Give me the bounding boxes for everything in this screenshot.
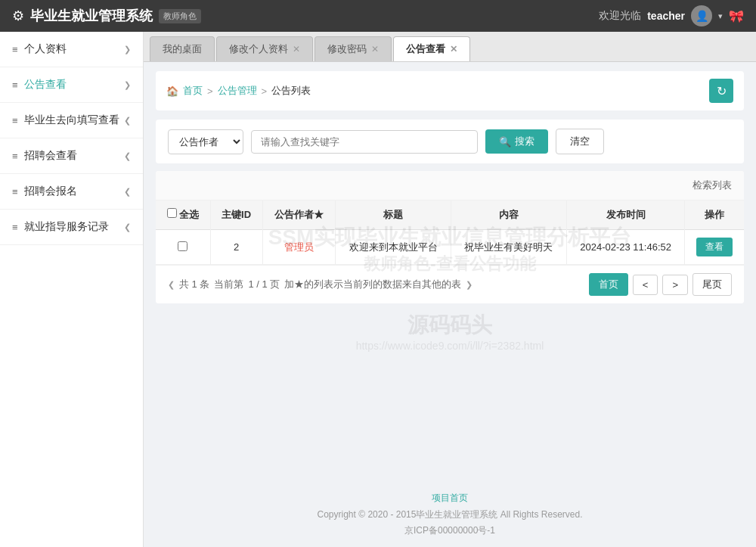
tab-edit-profile-label: 修改个人资料 bbox=[229, 42, 288, 56]
sidebar-chevron-left-icon: ❮ bbox=[124, 116, 131, 126]
search-input[interactable] bbox=[251, 130, 478, 154]
gift-icon[interactable]: 🎀 bbox=[729, 9, 744, 23]
pagination-left-arrow-icon[interactable]: ❮ bbox=[168, 280, 175, 290]
select-all-label: 全选 bbox=[179, 209, 199, 220]
app-title: 毕业生就业管理系统 bbox=[30, 7, 153, 25]
tab-change-password-close-icon[interactable]: ✕ bbox=[371, 44, 379, 54]
row-checkbox[interactable] bbox=[178, 241, 187, 251]
sidebar-item-announcements-label: 公告查看 bbox=[24, 78, 67, 92]
pagination-buttons: 首页 < > 尾页 bbox=[589, 273, 732, 296]
tab-bar: 我的桌面 修改个人资料 ✕ 修改密码 ✕ 公告查看 ✕ bbox=[144, 32, 756, 62]
sidebar-item-graduation-label: 毕业生去向填写查看 bbox=[24, 113, 119, 127]
header-right: 欢迎光临 teacher 👤 ▾ 🎀 bbox=[599, 5, 744, 26]
last-page-button[interactable]: 尾页 bbox=[692, 273, 732, 296]
search-icon: 🔍 bbox=[499, 136, 511, 148]
avatar-icon: 👤 bbox=[696, 10, 708, 22]
username-text: teacher bbox=[647, 10, 685, 22]
column-author: 公告作者★ bbox=[262, 200, 336, 230]
table-area: SSM实现毕业生就业信息管理分析平台 教师角色-查看公告功能 检索列表 全选 主… bbox=[156, 171, 744, 303]
header-left: ⚙ 毕业生就业管理系统 教师角色 bbox=[12, 7, 201, 25]
page-content: 🏠 首页 > 公告管理 > 公告列表 ↻ 公告作者 🔍 搜索 bbox=[144, 62, 756, 480]
table-index-label: 检索列表 bbox=[156, 171, 744, 200]
sidebar-chevron-right-icon-2: ❯ bbox=[124, 80, 131, 90]
refresh-button[interactable]: ↻ bbox=[709, 79, 733, 103]
tab-announcements[interactable]: 公告查看 ✕ bbox=[393, 36, 470, 61]
sidebar-menu-icon-2: ≡ bbox=[12, 79, 18, 91]
footer: 项目首页 Copyright © 2020 - 2015毕业生就业管理系统 Al… bbox=[144, 480, 756, 547]
sidebar-item-graduation[interactable]: ≡ 毕业生去向填写查看 ❮ bbox=[0, 103, 143, 138]
pagination: ❮ 共 1 条 当前第 1 / 1 页 加★的列表示当前列的数据来自其他的表 ❯… bbox=[156, 265, 744, 303]
next-page-button[interactable]: > bbox=[662, 275, 688, 295]
cell-id: 2 bbox=[210, 230, 262, 265]
main-content-area: 我的桌面 修改个人资料 ✕ 修改密码 ✕ 公告查看 ✕ 🏠 首页 bbox=[144, 32, 756, 547]
watermark-text-3: 源码码头 bbox=[156, 311, 744, 340]
tab-announcements-close-icon[interactable]: ✕ bbox=[450, 44, 457, 54]
column-action: 操作 bbox=[685, 200, 744, 230]
cell-checkbox bbox=[156, 230, 210, 265]
sidebar-item-announcements-left: ≡ 公告查看 bbox=[12, 78, 67, 92]
search-category-select[interactable]: 公告作者 bbox=[168, 129, 243, 154]
sidebar-menu-icon: ≡ bbox=[12, 44, 18, 55]
select-all-checkbox[interactable] bbox=[167, 208, 177, 218]
cell-publish-time: 2024-02-23 11:46:52 bbox=[566, 230, 685, 265]
sidebar-chevron-left-icon-3: ❮ bbox=[124, 187, 131, 197]
prev-page-button[interactable]: < bbox=[633, 275, 658, 295]
sidebar-chevron-right-icon: ❯ bbox=[124, 45, 131, 54]
main-layout: ≡ 个人资料 ❯ ≡ 公告查看 ❯ ≡ 毕业生去向填写查看 ❮ ≡ 招聘会查看 bbox=[0, 32, 756, 547]
clear-button[interactable]: 清空 bbox=[556, 129, 604, 154]
breadcrumb-current: 公告列表 bbox=[271, 84, 311, 98]
cell-title: 欢迎来到本就业平台 bbox=[336, 230, 451, 265]
breadcrumb-left: 🏠 首页 > 公告管理 > 公告列表 bbox=[166, 84, 311, 98]
tab-announcements-label: 公告查看 bbox=[406, 42, 445, 56]
footer-copyright: Copyright © 2020 - 2015毕业生就业管理系统 All Rig… bbox=[318, 509, 583, 520]
pagination-right-arrow-icon[interactable]: ❯ bbox=[466, 280, 472, 290]
avatar[interactable]: 👤 bbox=[691, 5, 712, 26]
pagination-page-info: 1 / 1 页 bbox=[248, 278, 280, 291]
footer-project-link[interactable]: 项目首页 bbox=[432, 493, 468, 503]
sidebar-item-employment-service-label: 就业指导服务记录 bbox=[24, 220, 109, 234]
sidebar-item-personal[interactable]: ≡ 个人资料 ❯ bbox=[0, 32, 143, 67]
pagination-info: ❮ 共 1 条 当前第 1 / 1 页 加★的列表示当前列的数据来自其他的表 ❯ bbox=[168, 278, 472, 291]
data-table: 全选 主键ID 公告作者★ 标题 内容 发布时间 操作 bbox=[156, 200, 744, 265]
sidebar-chevron-left-icon-2: ❮ bbox=[124, 151, 131, 161]
cell-content: 祝毕业生有美好明天 bbox=[451, 230, 567, 265]
breadcrumb-mid-link[interactable]: 公告管理 bbox=[218, 84, 257, 98]
search-bar: 公告作者 🔍 搜索 清空 bbox=[156, 120, 744, 163]
home-icon[interactable]: 🏠 bbox=[166, 85, 178, 97]
sidebar-item-job-fair-view[interactable]: ≡ 招聘会查看 ❮ bbox=[0, 138, 143, 174]
tab-dashboard-label: 我的桌面 bbox=[163, 42, 202, 56]
first-page-button[interactable]: 首页 bbox=[589, 273, 628, 296]
sidebar-menu-icon-4: ≡ bbox=[12, 151, 18, 162]
tab-edit-profile[interactable]: 修改个人资料 ✕ bbox=[216, 36, 313, 61]
tab-edit-profile-close-icon[interactable]: ✕ bbox=[293, 44, 300, 54]
pagination-current-label: 当前第 bbox=[214, 278, 243, 291]
column-checkbox: 全选 bbox=[156, 200, 210, 230]
sidebar-menu-icon-5: ≡ bbox=[12, 186, 18, 197]
gear-icon: ⚙ bbox=[12, 8, 24, 24]
view-button[interactable]: 查看 bbox=[696, 238, 733, 256]
table-header-row: 全选 主键ID 公告作者★ 标题 内容 发布时间 操作 bbox=[156, 200, 744, 230]
column-content: 内容 bbox=[451, 200, 567, 230]
breadcrumb-home-link[interactable]: 首页 bbox=[183, 84, 203, 98]
app-header: ⚙ 毕业生就业管理系统 教师角色 欢迎光临 teacher 👤 ▾ 🎀 bbox=[0, 0, 756, 32]
column-publish-time: 发布时间 bbox=[566, 200, 685, 230]
tab-change-password[interactable]: 修改密码 ✕ bbox=[314, 36, 392, 61]
column-id: 主键ID bbox=[210, 200, 262, 230]
search-button[interactable]: 🔍 搜索 bbox=[485, 129, 548, 154]
sidebar-item-employment-service[interactable]: ≡ 就业指导服务记录 ❮ bbox=[0, 210, 143, 245]
tab-dashboard[interactable]: 我的桌面 bbox=[150, 36, 215, 61]
pagination-total: 共 1 条 bbox=[179, 278, 209, 291]
sidebar-item-announcements[interactable]: ≡ 公告查看 ❯ bbox=[0, 67, 143, 103]
cell-action: 查看 bbox=[685, 230, 744, 265]
sidebar: ≡ 个人资料 ❯ ≡ 公告查看 ❯ ≡ 毕业生去向填写查看 ❮ ≡ 招聘会查看 bbox=[0, 32, 144, 547]
pagination-note: 加★的列表示当前列的数据来自其他的表 bbox=[284, 278, 461, 291]
footer-icp: 京ICP备00000000号-1 bbox=[404, 525, 495, 536]
breadcrumb: 🏠 首页 > 公告管理 > 公告列表 ↻ bbox=[156, 71, 744, 110]
dropdown-arrow-icon[interactable]: ▾ bbox=[718, 11, 723, 21]
watermark-url: https://www.icode9.com/i/ll/?i=2382.html bbox=[156, 340, 744, 352]
sidebar-menu-icon-6: ≡ bbox=[12, 222, 18, 233]
breadcrumb-sep-2: > bbox=[262, 85, 268, 97]
sidebar-chevron-left-icon-4: ❮ bbox=[124, 222, 131, 232]
sidebar-item-job-fair-register[interactable]: ≡ 招聘会报名 ❮ bbox=[0, 174, 143, 210]
sidebar-menu-icon-3: ≡ bbox=[12, 115, 18, 126]
